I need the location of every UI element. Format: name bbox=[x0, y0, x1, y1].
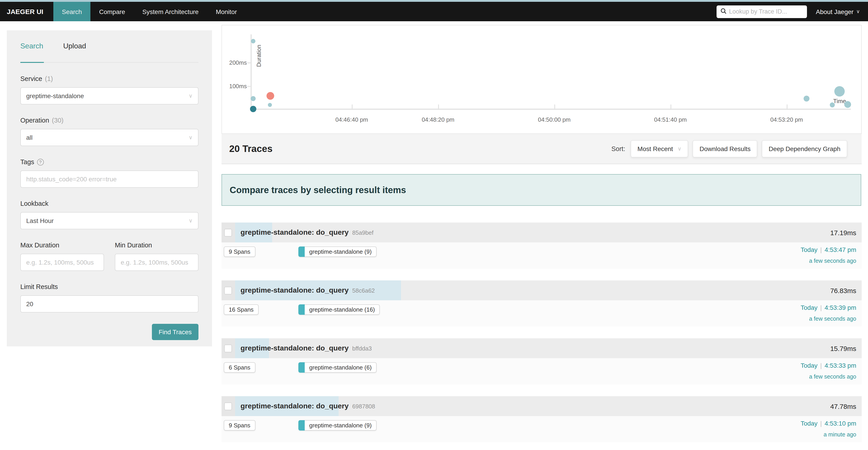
trace-result-row[interactable]: greptime-standalone: do_query58c6a62 76.… bbox=[221, 280, 862, 327]
trace-day-link[interactable]: Today bbox=[801, 304, 817, 311]
compare-traces-banner-text: Compare traces by selecting result items bbox=[230, 185, 406, 195]
trace-scatter-point[interactable] bbox=[804, 96, 809, 101]
results-header-bar: 20 Traces Sort: Most Recent ∨ Download R… bbox=[221, 134, 862, 164]
service-color-swatch bbox=[298, 362, 305, 373]
tab-search[interactable]: Search bbox=[20, 42, 43, 57]
results-controls: Sort: Most Recent ∨ Download Results Dee… bbox=[612, 140, 847, 157]
trace-relative-time: a minute ago bbox=[824, 431, 856, 438]
lookback-select[interactable]: Last Hour ∨ bbox=[20, 212, 198, 229]
compare-checkbox[interactable] bbox=[224, 229, 232, 236]
tags-group: Tags? bbox=[20, 158, 198, 188]
tab-divider bbox=[20, 62, 198, 63]
operation-label: Operation bbox=[20, 117, 49, 124]
chevron-down-icon: ∨ bbox=[188, 217, 193, 224]
trace-scatter-point[interactable] bbox=[251, 39, 255, 43]
sort-select[interactable]: Most Recent ∨ bbox=[631, 140, 688, 157]
min-duration-input[interactable] bbox=[121, 259, 193, 266]
timestamp-separator: | bbox=[820, 246, 822, 253]
trace-result-row[interactable]: greptime-standalone: do_query85a9bef 17.… bbox=[221, 222, 862, 269]
trace-result-row[interactable]: greptime-standalone: do_querybffdda3 15.… bbox=[221, 338, 862, 384]
trace-row-header[interactable]: greptime-standalone: do_query85a9bef 17.… bbox=[221, 222, 862, 242]
y-tick-label: 200ms bbox=[225, 59, 247, 66]
span-count-pill: 6 Spans bbox=[224, 362, 255, 373]
min-duration-label: Min Duration bbox=[115, 241, 152, 249]
trace-row-header[interactable]: greptime-standalone: do_query6987808 47.… bbox=[221, 396, 862, 416]
service-tag-label: greptime-standalone (9) bbox=[305, 420, 377, 430]
y-tick-label: 100ms bbox=[225, 83, 247, 90]
trace-scatter-point[interactable] bbox=[250, 106, 256, 112]
trace-scatter-point[interactable] bbox=[268, 103, 272, 107]
trace-id: 6987808 bbox=[352, 403, 375, 410]
trace-scatter-point[interactable] bbox=[267, 92, 274, 100]
trace-lookup-input[interactable] bbox=[729, 8, 803, 15]
trace-row-body: 16 Spans greptime-standalone (16) Today|… bbox=[221, 300, 862, 327]
x-tick-label: 04:48:20 pm bbox=[422, 116, 455, 123]
help-icon[interactable]: ? bbox=[37, 158, 43, 165]
about-jaeger-label: About Jaeger bbox=[816, 8, 854, 15]
trace-row-header[interactable]: greptime-standalone: do_querybffdda3 15.… bbox=[221, 338, 862, 358]
service-value: greptime-standalone bbox=[26, 92, 84, 99]
max-duration-input[interactable] bbox=[26, 259, 98, 266]
limit-group: Limit Results bbox=[20, 283, 198, 312]
trace-title[interactable]: greptime-standalone: do_querybffdda3 bbox=[241, 344, 372, 352]
timestamp-separator: | bbox=[820, 362, 822, 369]
nav-item-system-architecture[interactable]: System Architecture bbox=[134, 2, 207, 21]
nav-item-search[interactable]: Search bbox=[53, 2, 91, 21]
compare-checkbox[interactable] bbox=[224, 344, 232, 352]
x-tick-label: 04:51:40 pm bbox=[654, 116, 687, 123]
service-color-swatch bbox=[298, 246, 305, 257]
nav-item-compare[interactable]: Compare bbox=[90, 2, 133, 21]
nav-right-group: About Jaeger ∨ bbox=[716, 2, 868, 21]
x-tick-mark bbox=[352, 104, 352, 110]
operation-select[interactable]: all ∨ bbox=[20, 129, 198, 146]
operation-group: Operation(30) all ∨ bbox=[20, 117, 198, 146]
trace-day-link[interactable]: Today bbox=[801, 246, 817, 253]
trace-scatter-point[interactable] bbox=[830, 102, 835, 108]
app-logo[interactable]: JAEGER UI bbox=[0, 2, 53, 21]
trace-scatter-point[interactable] bbox=[834, 86, 845, 96]
service-select[interactable]: greptime-standalone ∨ bbox=[20, 87, 198, 104]
top-strip bbox=[0, 0, 868, 2]
trace-time-link[interactable]: 4:53:10 pm bbox=[825, 420, 856, 427]
limit-results-input[interactable] bbox=[26, 300, 193, 307]
trace-title[interactable]: greptime-standalone: do_query85a9bef bbox=[241, 229, 373, 237]
trace-title[interactable]: greptime-standalone: do_query58c6a62 bbox=[241, 286, 375, 294]
checkbox-column bbox=[221, 222, 235, 242]
y-tick-mark bbox=[247, 86, 251, 87]
trace-relative-time: a few seconds ago bbox=[809, 258, 857, 264]
tags-label: Tags bbox=[20, 158, 34, 166]
trace-result-row[interactable]: greptime-standalone: do_query6987808 47.… bbox=[221, 396, 862, 442]
chevron-down-icon: ∨ bbox=[188, 134, 193, 141]
service-tag: greptime-standalone (16) bbox=[298, 304, 380, 315]
trace-row-body: 9 Spans greptime-standalone (9) Today|4:… bbox=[221, 242, 862, 269]
trace-time-link[interactable]: 4:53:39 pm bbox=[825, 304, 856, 311]
x-axis-title: Time bbox=[833, 98, 846, 104]
duration-scatter-plot[interactable]: 200ms100ms04:46:40 pm04:48:20 pm04:50:00… bbox=[221, 25, 862, 134]
deep-dependency-graph-button[interactable]: Deep Dependency Graph bbox=[762, 140, 847, 157]
trace-scatter-point[interactable] bbox=[251, 96, 256, 101]
limit-results-label: Limit Results bbox=[20, 283, 58, 290]
chevron-down-icon: ∨ bbox=[677, 146, 682, 152]
sort-value: Most Recent bbox=[638, 145, 673, 152]
trace-row-body: 9 Spans greptime-standalone (9) Today|4:… bbox=[221, 416, 862, 442]
trace-day-link[interactable]: Today bbox=[801, 420, 817, 427]
trace-row-header[interactable]: greptime-standalone: do_query58c6a62 76.… bbox=[221, 280, 862, 300]
trace-title[interactable]: greptime-standalone: do_query6987808 bbox=[241, 402, 375, 410]
operation-value: all bbox=[26, 134, 33, 141]
trace-scatter-point[interactable] bbox=[844, 101, 851, 108]
about-jaeger-menu[interactable]: About Jaeger ∨ bbox=[816, 8, 860, 15]
sort-label: Sort: bbox=[612, 145, 625, 152]
download-results-button[interactable]: Download Results bbox=[693, 140, 757, 157]
lookback-group: Lookback Last Hour ∨ bbox=[20, 200, 198, 229]
compare-checkbox[interactable] bbox=[224, 402, 232, 410]
compare-checkbox[interactable] bbox=[224, 287, 232, 294]
trace-time-link[interactable]: 4:53:47 pm bbox=[825, 246, 856, 253]
tags-input[interactable] bbox=[26, 176, 193, 183]
find-traces-button[interactable]: Find Traces bbox=[152, 324, 198, 340]
trace-day-link[interactable]: Today bbox=[801, 362, 817, 369]
x-tick-mark bbox=[438, 104, 439, 110]
trace-time-link[interactable]: 4:53:33 pm bbox=[825, 362, 856, 369]
tab-upload[interactable]: Upload bbox=[63, 42, 86, 57]
trace-duration: 47.78ms bbox=[830, 402, 862, 410]
nav-item-monitor[interactable]: Monitor bbox=[207, 2, 246, 21]
